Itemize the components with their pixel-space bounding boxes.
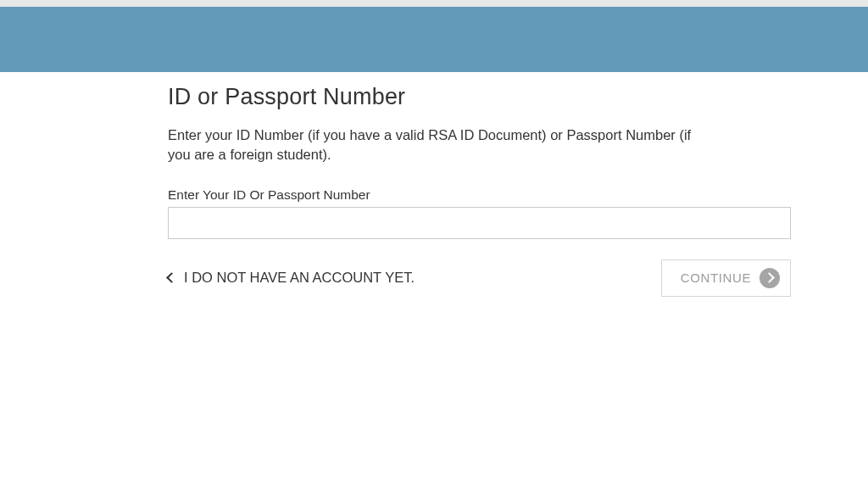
bottom-row: I DO NOT HAVE AN ACCOUNT YET. CONTINUE [168, 259, 791, 297]
id-passport-label: Enter Your ID Or Passport Number [168, 187, 715, 203]
chevron-left-icon [166, 272, 177, 283]
header-banner [0, 7, 868, 72]
no-account-label: I DO NOT HAVE AN ACCOUNT YET. [184, 270, 415, 286]
main-content: ID or Passport Number Enter your ID Numb… [0, 72, 791, 297]
id-passport-input[interactable] [168, 207, 791, 239]
arrow-right-circle-icon [760, 268, 780, 288]
no-account-link[interactable]: I DO NOT HAVE AN ACCOUNT YET. [168, 270, 415, 286]
page-title: ID or Passport Number [168, 84, 715, 110]
instructions-text: Enter your ID Number (if you have a vali… [168, 125, 715, 165]
continue-label: CONTINUE [681, 270, 751, 285]
continue-button[interactable]: CONTINUE [661, 259, 791, 297]
browser-top-bar [0, 0, 868, 7]
